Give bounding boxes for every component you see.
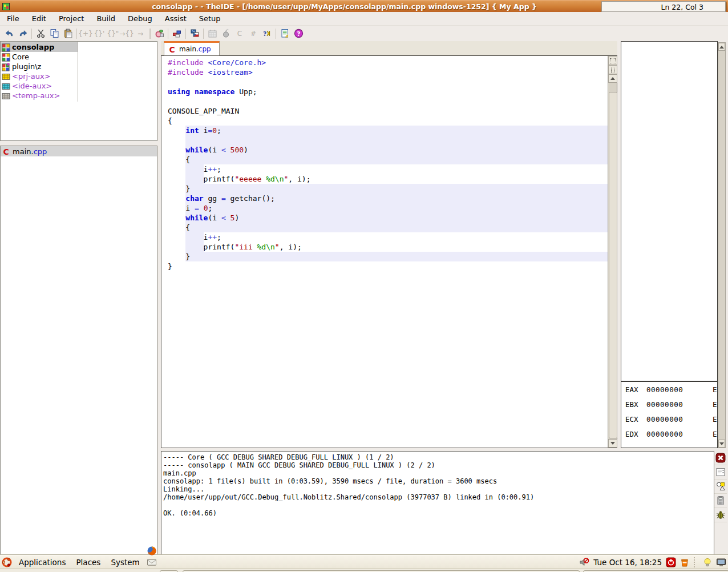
redo-icon[interactable]	[16, 27, 30, 40]
code-line[interactable]: CONSOLE_APP_MAIN	[161, 106, 608, 116]
code-text: i++;	[168, 233, 221, 241]
code-line[interactable]: while(i < 500)	[161, 145, 608, 155]
register-name: ECX	[625, 415, 638, 424]
code-editor[interactable]: #include <Core/Core.h>#include <iostream…	[161, 55, 617, 448]
code-line[interactable]	[161, 77, 608, 87]
package-list-column-divider[interactable]	[78, 42, 78, 102]
cut-icon[interactable]	[34, 27, 47, 40]
designer-icon[interactable]	[170, 27, 184, 40]
menu-debug[interactable]: Debug	[122, 13, 158, 25]
caret-position-status: Ln 22, Col 3	[601, 1, 726, 12]
ubuntu-logo-icon[interactable]	[1, 557, 13, 568]
code-line[interactable]: {	[161, 223, 608, 232]
paste-icon[interactable]	[61, 27, 75, 40]
help-icon[interactable]: ?	[292, 27, 305, 40]
menu-build[interactable]: Build	[91, 13, 121, 25]
editor-scroll-thumb[interactable]	[609, 92, 617, 438]
debug-layout-icon[interactable]	[714, 480, 727, 494]
menu-setup[interactable]: Setup	[193, 13, 227, 25]
code-line[interactable]: printf("eeeee %d\n", i);	[161, 174, 608, 184]
code-text: while(i < 5)	[168, 214, 239, 222]
register-row[interactable]: ECX00000000E	[621, 412, 717, 426]
undo-icon[interactable]	[2, 27, 16, 40]
code-lines[interactable]: #include <Core/Core.h>#include <iostream…	[161, 56, 608, 448]
format-braces-open-icon: {}'	[92, 27, 106, 40]
code-line[interactable]: i++;	[161, 164, 608, 174]
menu-assist[interactable]: Assist	[159, 13, 192, 25]
debug-bug-icon[interactable]	[714, 508, 727, 522]
editor-vscrollbar[interactable]	[608, 56, 617, 448]
power-icon[interactable]	[665, 557, 677, 568]
split-horizontal-button[interactable]	[608, 56, 617, 65]
package-item[interactable]: consolapp	[1, 42, 78, 52]
code-line[interactable]: #include <Core/Core.h>	[161, 58, 608, 67]
code-line[interactable]: i++;	[161, 232, 608, 242]
code-line[interactable]: {	[161, 116, 608, 126]
right-scroll-down[interactable]	[718, 440, 725, 448]
speaker-muted-icon[interactable]	[579, 557, 590, 568]
package-item[interactable]: <temp-aux>	[1, 91, 78, 100]
screen-icon[interactable]	[715, 557, 727, 568]
block-highlight	[185, 213, 608, 223]
code-line[interactable]: printf("iii %d\n", i);	[161, 242, 608, 252]
panel-menu-applications[interactable]: Applications	[14, 556, 71, 569]
code-line[interactable]: while(i < 5)	[161, 213, 608, 223]
code-line[interactable]: #include <iostream>	[161, 67, 608, 77]
code-line[interactable]: {	[161, 155, 608, 164]
code-line[interactable]: char gg = getchar();	[161, 194, 608, 203]
firefox-icon[interactable]	[146, 545, 157, 557]
package-item[interactable]: <prj-aux>	[1, 71, 78, 81]
tab-main-cpp[interactable]: C main.cpp	[164, 41, 220, 55]
watches-panel[interactable]	[621, 41, 718, 381]
menu-project[interactable]: Project	[53, 13, 90, 25]
code-line[interactable]: using namespace Upp;	[161, 87, 608, 96]
register-next-column: E	[713, 430, 717, 438]
package-item[interactable]: Fplugin\z	[1, 62, 78, 71]
package-item-label: <temp-aux>	[12, 91, 60, 100]
hash-icon: #	[246, 27, 260, 40]
bulb-icon[interactable]	[702, 557, 713, 568]
right-panel-scrollbar[interactable]	[718, 42, 726, 448]
file-item[interactable]: Cmain.cpp	[1, 146, 157, 156]
repeat-c-glyph: C	[237, 30, 242, 38]
memory-icon[interactable]	[714, 494, 727, 508]
language-flags-icon[interactable]	[188, 27, 201, 40]
editor-scroll-up[interactable]	[608, 74, 617, 83]
panel-menu-system[interactable]: System	[106, 556, 144, 569]
code-line[interactable]: }	[161, 184, 608, 194]
code-line[interactable]	[161, 96, 608, 106]
code-line[interactable]	[161, 135, 608, 145]
register-row[interactable]: EAX00000000E	[621, 382, 717, 397]
console-line: /home/user/upp/out/GCC.Debug_full.Noblit…	[163, 493, 714, 501]
copy-icon[interactable]	[47, 27, 61, 40]
package-organizer-icon[interactable]	[152, 27, 166, 40]
run-to-icon[interactable]: ?	[260, 27, 274, 40]
code-text: using namespace Upp;	[168, 87, 257, 96]
code-line[interactable]: }	[161, 261, 608, 271]
register-row[interactable]: EDX00000000E	[621, 426, 717, 441]
build-console[interactable]: ----- Core ( GCC DEBUG SHARED DEBUG_FULL…	[161, 451, 714, 555]
console-log-icon[interactable]	[714, 465, 727, 480]
trash-icon[interactable]	[679, 557, 690, 568]
toolbar-separator	[149, 29, 149, 39]
package-item[interactable]: <ide-aux>	[1, 81, 78, 91]
panel-clock[interactable]: Tue Oct 16, 18:25	[593, 558, 662, 567]
mail-icon[interactable]	[146, 557, 157, 568]
editor-tabbar: C main.cpp	[161, 41, 617, 55]
menu-edit[interactable]: Edit	[26, 13, 52, 25]
right-scroll-up[interactable]	[718, 43, 725, 51]
code-line[interactable]: i = 0;	[161, 203, 608, 213]
register-value: 00000000	[646, 415, 683, 424]
menu-file[interactable]: File	[1, 13, 25, 25]
close-console-icon[interactable]	[714, 451, 727, 465]
svg-text:C: C	[3, 147, 9, 156]
package-item[interactable]: Core	[1, 52, 78, 62]
editor-scroll-down[interactable]	[608, 439, 617, 448]
code-line[interactable]: int i=0;	[161, 126, 608, 135]
view-log-icon[interactable]	[278, 27, 292, 40]
code-line[interactable]: }	[161, 252, 608, 261]
split-vertical-button[interactable]	[608, 65, 617, 74]
tab-label-ext: cpp	[199, 45, 211, 53]
panel-menu-places[interactable]: Places	[71, 556, 106, 569]
register-row[interactable]: EBX00000000E	[621, 397, 717, 412]
